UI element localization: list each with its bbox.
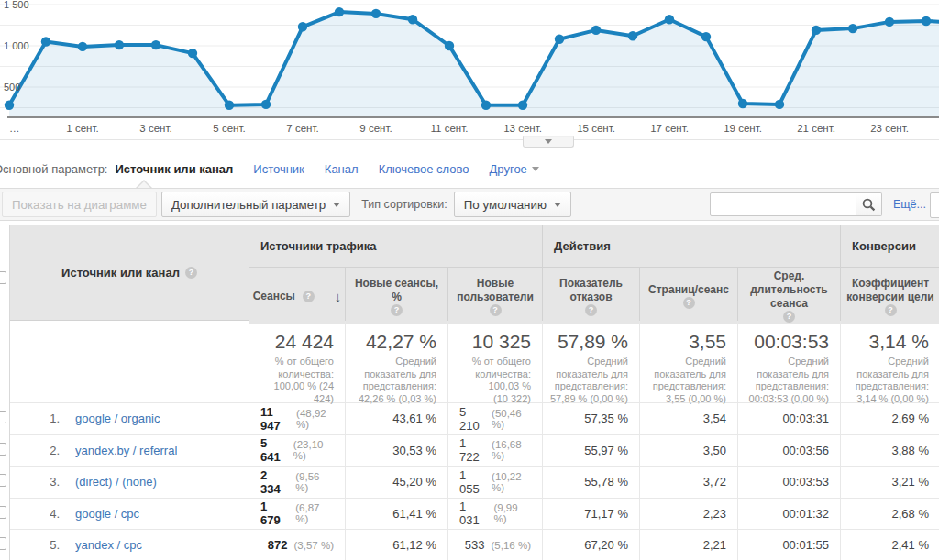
source-medium-link[interactable]: google / cpc — [75, 507, 139, 521]
primary-dimension-bar: Основной параметр: Источник или канал Ис… — [0, 149, 939, 188]
svg-text:19 сент.: 19 сент. — [724, 123, 762, 134]
sort-type-label: Тип сортировки: — [361, 198, 447, 211]
summary-new-users: 10 325 % от общего количества: 100,03 % … — [447, 321, 542, 405]
table-row: 3. (direct) / (none) 2 334(9,56 %) 45,20… — [10, 466, 939, 498]
help-icon[interactable] — [391, 304, 403, 316]
help-icon[interactable] — [185, 267, 197, 279]
column-header-new-users[interactable]: Новые пользователи — [447, 267, 542, 324]
svg-text:9 сент.: 9 сент. — [359, 123, 392, 134]
select-all-checkbox[interactable] — [0, 271, 6, 284]
row-checkbox[interactable] — [0, 506, 6, 519]
group-header-acquisition: Источники трафика — [249, 225, 542, 267]
column-header-goal-conversion[interactable]: Коэффициент конверсии цели — [840, 267, 939, 324]
table-group-header-row: Источник или канал Источники трафика Дей… — [10, 225, 939, 267]
svg-text:5 сент.: 5 сент. — [213, 123, 245, 134]
svg-text:21 сент.: 21 сент. — [797, 123, 835, 134]
dimension-link-other[interactable]: Другое — [490, 162, 539, 176]
table-row: 2. yandex.by / referral 5 641(23,10 %) 3… — [10, 434, 939, 467]
help-icon[interactable] — [585, 304, 597, 316]
svg-text:13 сент.: 13 сент. — [503, 123, 542, 134]
table-toolbar: Показать на диаграмме Дополнительный пар… — [0, 188, 939, 221]
svg-text:1 000: 1 000 — [4, 40, 29, 51]
dimension-link-medium[interactable]: Канал — [325, 162, 359, 176]
svg-text:11 сент.: 11 сент. — [431, 123, 469, 134]
group-header-behavior: Действия — [542, 225, 840, 267]
source-medium-link[interactable]: yandex / cpc — [75, 538, 142, 552]
dimension-link-keyword[interactable]: Ключевое слово — [379, 162, 470, 176]
help-icon[interactable] — [490, 304, 502, 316]
table-row: 4. google / cpc 1 679(6,87 %) 61,41 % 1 … — [10, 498, 939, 530]
svg-text:500: 500 — [4, 82, 20, 93]
row-rank: 5. — [39, 538, 60, 552]
svg-text:17 сент.: 17 сент. — [650, 123, 689, 134]
sort-type-dropdown[interactable]: По умолчанию — [454, 192, 571, 217]
summary-sessions: 24 424 % от общего количества: 100,00 % … — [249, 321, 345, 405]
row-checkbox[interactable] — [0, 537, 6, 550]
row-checkbox[interactable] — [0, 474, 6, 487]
chevron-down-icon — [333, 203, 340, 207]
sessions-timeline-chart: 5001 0001 500…1 сент.3 сент.5 сент.7 сен… — [0, 0, 939, 149]
dimension-link-source[interactable]: Источник — [253, 162, 304, 176]
table-row: 1. google / organic 11 947(48,92 %) 43,6… — [10, 402, 939, 434]
primary-dimension-label: Основной параметр: — [0, 162, 107, 176]
table-row: 5. yandex / cpc 872(3,57 %) 61,12 % 533(… — [10, 529, 939, 560]
row-rank: 3. — [39, 475, 60, 489]
svg-text:…: … — [9, 123, 20, 134]
chart-collapse-tab[interactable] — [523, 136, 574, 148]
traffic-sources-table: Источник или канал Источники трафика Дей… — [9, 225, 939, 560]
row-checkbox[interactable] — [0, 411, 6, 423]
summary-spacer — [10, 321, 249, 405]
chevron-down-icon — [554, 203, 561, 207]
row-rank: 4. — [39, 507, 60, 521]
summary-avg-duration: 00:03:53 Средний показатель для представ… — [737, 321, 840, 405]
more-views-link[interactable]: Ещё... — [893, 198, 926, 211]
line-chart-canvas: 5001 0001 500…1 сент.3 сент.5 сент.7 сен… — [0, 0, 939, 136]
help-icon[interactable] — [303, 291, 315, 302]
view-switcher-button-cutoff[interactable] — [930, 192, 939, 218]
help-icon[interactable] — [885, 304, 897, 316]
dimension-column-header[interactable]: Источник или канал — [10, 225, 249, 320]
summary-pages-per-session: 3,55 Средний показатель для представлени… — [639, 321, 737, 405]
column-header-sessions[interactable]: Сеансы ↓ — [249, 267, 345, 324]
chart-divider — [0, 139, 939, 140]
row-checkbox[interactable] — [0, 443, 6, 456]
sort-descending-icon: ↓ — [335, 290, 342, 303]
row-rank: 1. — [39, 412, 60, 425]
column-header-new-sessions[interactable]: Новые сеансы, % — [345, 267, 447, 324]
summary-goal-conversion: 3,14 % Средний показатель для представле… — [840, 321, 939, 405]
summary-bounce-rate: 57,89 % Средний показатель для представл… — [542, 321, 639, 405]
column-header-avg-duration[interactable]: Сред. длительность сеанса — [737, 267, 840, 324]
svg-text:3 сент.: 3 сент. — [139, 123, 171, 134]
plot-rows-button[interactable]: Показать на диаграмме — [2, 192, 157, 217]
secondary-dimension-button[interactable]: Дополнительный параметр — [161, 192, 350, 217]
svg-text:1 500: 1 500 — [4, 0, 29, 10]
group-header-conversions: Конверсии Все цели — [840, 225, 939, 267]
row-rank: 2. — [39, 444, 60, 457]
chevron-down-icon — [545, 139, 552, 144]
search-button[interactable] — [856, 192, 882, 216]
chevron-down-icon — [532, 167, 539, 171]
column-header-bounce-rate[interactable]: Показатель отказов — [542, 267, 639, 324]
svg-text:7 сент.: 7 сент. — [286, 123, 318, 134]
svg-text:15 сент.: 15 сент. — [577, 123, 615, 134]
table-search-input[interactable] — [710, 192, 856, 216]
search-icon — [862, 198, 876, 212]
svg-text:23 сент.: 23 сент. — [870, 123, 909, 134]
table-summary-row: 24 424 % от общего количества: 100,00 % … — [10, 320, 939, 402]
source-medium-link[interactable]: (direct) / (none) — [75, 475, 157, 489]
svg-text:1 сент.: 1 сент. — [66, 123, 98, 134]
source-medium-link[interactable]: yandex.by / referral — [75, 444, 177, 457]
column-header-pages-per-session[interactable]: Страниц/сеанс — [639, 267, 737, 324]
help-icon[interactable] — [683, 297, 695, 309]
dimension-selected-source-medium[interactable]: Источник или канал — [115, 162, 233, 176]
source-medium-link[interactable]: google / organic — [75, 412, 160, 425]
summary-new-sessions: 42,27 % Средний показатель для представл… — [345, 321, 447, 405]
